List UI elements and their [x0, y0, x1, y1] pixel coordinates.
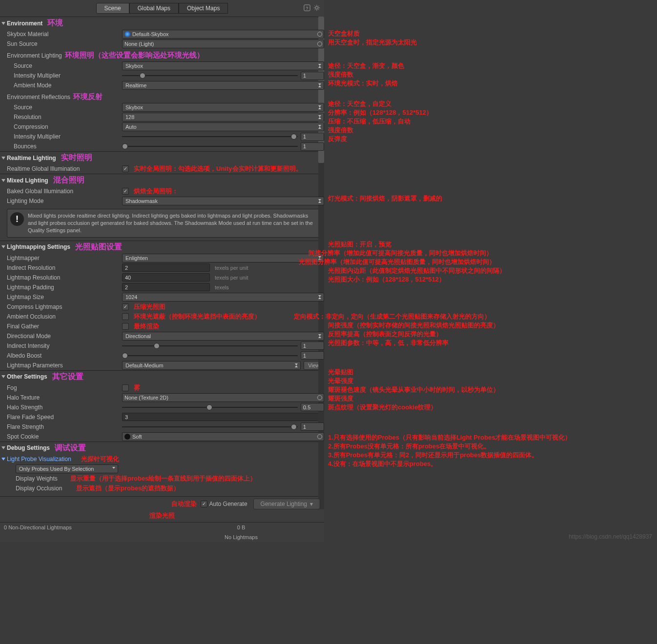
numbox[interactable]: 1: [301, 423, 324, 431]
label-lightmap-resolution: Lightmap Resolution: [7, 273, 122, 282]
section-title: Debug Settings: [7, 444, 50, 451]
dropdown-ambient-mode[interactable]: Realtime: [122, 81, 324, 90]
generate-lighting-button[interactable]: Generate Lighting▾: [253, 499, 320, 509]
label-albedo-boost: Albedo Boost: [7, 351, 122, 360]
info-text: Mixed lights provide realtime direct lig…: [28, 212, 316, 234]
label-realtime-gi: Realtime Global Illumination: [7, 164, 122, 173]
field-indirect-resolution[interactable]: 2: [122, 263, 210, 272]
tab-object-maps[interactable]: Object Maps: [179, 3, 228, 14]
slider-albedo-boost[interactable]: 1: [122, 351, 324, 360]
object-picker-icon[interactable]: [317, 41, 322, 46]
dropdown-env-light-source[interactable]: Skybox: [122, 61, 324, 70]
object-picker-icon[interactable]: [317, 434, 322, 439]
tab-global-maps[interactable]: Global Maps: [129, 3, 179, 14]
label-sun-source: Sun Source: [7, 40, 122, 48]
numbox[interactable]: 1: [301, 72, 324, 80]
checkbox-final-gather[interactable]: [122, 323, 129, 330]
slider-refl-intensity[interactable]: 1: [122, 132, 324, 141]
checkbox-realtime-gi[interactable]: [122, 165, 129, 172]
help-icon[interactable]: ?: [304, 4, 310, 13]
slider-halo-strength[interactable]: 0.5: [122, 403, 324, 412]
tab-scene[interactable]: Scene: [96, 3, 129, 14]
label-lightmap-size: Lightmap Size: [7, 293, 122, 302]
field-lightmap-padding[interactable]: 2: [122, 283, 210, 291]
slider-flare-strength[interactable]: 1: [122, 423, 324, 431]
slider-indirect-intensity[interactable]: 1: [122, 342, 324, 350]
foldout-icon[interactable]: [1, 458, 5, 461]
link-light-probe-visualization[interactable]: Light Probe Visualization: [7, 455, 71, 463]
section-other-settings[interactable]: Other Settings 其它设置: [0, 370, 324, 383]
label-lighting-mode: Lighting Mode: [7, 197, 122, 205]
object-picker-icon[interactable]: [317, 395, 322, 400]
annotation: 调试设置: [55, 443, 86, 453]
numbox[interactable]: 1: [301, 142, 324, 151]
numbox[interactable]: 0.5: [301, 403, 324, 411]
field-sun-source[interactable]: None (Light): [122, 40, 324, 48]
annotation: 光照贴图设置: [75, 242, 122, 252]
slider-bounces[interactable]: 1: [122, 142, 324, 151]
section-debug-settings[interactable]: Debug Settings 调试设置: [0, 442, 324, 454]
section-realtime-lighting[interactable]: Realtime Lighting 实时照明: [0, 151, 324, 164]
numbox[interactable]: 1: [301, 351, 324, 360]
checkbox-auto-generate[interactable]: [201, 501, 207, 507]
annotation: 显示遮挡（显示probes的遮挡数据）: [76, 484, 180, 493]
annotation: 压缩光照图: [134, 302, 165, 311]
label-halo-strength: Halo Strength: [7, 403, 122, 412]
section-title: Environment: [7, 20, 42, 27]
tab-bar: Scene Global Maps Object Maps ?: [0, 0, 324, 17]
section-mixed-lighting[interactable]: Mixed Lighting 混合照明: [0, 174, 324, 186]
checkbox-compress-lightmaps[interactable]: [122, 303, 129, 310]
label-flare-fade: Flare Fade Speed: [7, 413, 122, 422]
field-lightmap-resolution[interactable]: 40: [122, 273, 210, 282]
label-halo-texture: Halo Texture: [7, 393, 122, 402]
annotation: 烘焙全局照明：: [134, 187, 178, 196]
section-title: Other Settings: [7, 373, 47, 380]
checkbox-fog[interactable]: [122, 384, 129, 391]
field-spot-cookie[interactable]: Soft: [122, 432, 324, 441]
label-spot-cookie: Spot Cookie: [7, 432, 122, 441]
section-lightmapping[interactable]: Lightmapping Settings 光照贴图设置: [0, 241, 324, 253]
checkbox-ambient-occlusion[interactable]: [122, 313, 129, 320]
dropdown-lightmapper[interactable]: Enlighten: [122, 254, 324, 262]
dropdown-refl-compression[interactable]: Auto: [122, 122, 324, 131]
section-environment[interactable]: Environment 环境: [0, 17, 324, 29]
annotation: 最终渲染: [134, 322, 159, 331]
status-no-lightmaps: No Lightmaps: [162, 534, 320, 540]
annotation: 显示重量（用于选择probes绘制一条直线到用于插值的四面体上）: [70, 474, 256, 483]
dropdown-lightmap-parameters[interactable]: Default-Medium: [122, 361, 301, 370]
annotation: 其它设置: [52, 372, 83, 382]
field-skybox-material[interactable]: Default-Skybox: [122, 30, 324, 39]
checkbox-baked-gi[interactable]: [122, 188, 129, 195]
label-refl-source: Source: [7, 103, 122, 112]
annotation: 环境: [47, 18, 63, 28]
label-display-weights: Display Weights: [7, 474, 70, 483]
subheader-env-reflections: Environment Reflections环境反射: [0, 90, 324, 102]
infobox-shadowmask: ! Mixed lights provide realtime direct l…: [7, 209, 319, 238]
object-picker-icon[interactable]: [317, 32, 322, 37]
slider-env-intensity[interactable]: 1: [122, 71, 324, 80]
dropdown-refl-source[interactable]: Skybox: [122, 103, 324, 112]
section-title: Mixed Lighting: [7, 177, 48, 184]
numbox[interactable]: 1: [301, 133, 324, 141]
dropdown-refl-resolution[interactable]: 128: [122, 113, 324, 121]
dropdown-lighting-mode[interactable]: Shadowmask: [122, 197, 324, 205]
foldout-icon: [1, 375, 5, 378]
annotation: 实时照明: [61, 153, 92, 163]
label-env-light-source: Source: [7, 61, 122, 70]
label-display-occlusion: Display Occlusion: [7, 484, 76, 493]
field-flare-fade[interactable]: 3: [122, 413, 324, 421]
value: Default-Skybox: [132, 30, 169, 39]
material-icon: [124, 31, 130, 37]
field-halo-texture[interactable]: None (Texture 2D): [122, 393, 324, 402]
annotation: 光探针可视化: [81, 455, 119, 463]
settings-gear-icon[interactable]: [313, 4, 320, 13]
foldout-icon: [1, 22, 5, 25]
dropdown-directional-mode[interactable]: Directional: [122, 332, 324, 341]
dropdown-lpv[interactable]: Only Probes Used By Selection: [16, 464, 118, 473]
dropdown-lightmap-size[interactable]: 1024: [122, 293, 324, 302]
numbox[interactable]: 1: [301, 342, 324, 350]
foldout-icon: [1, 446, 5, 449]
label-ambient-occlusion: Ambient Occlusion: [7, 312, 122, 321]
label-final-gather: Final Gather: [7, 322, 122, 331]
foldout-icon: [1, 157, 5, 160]
